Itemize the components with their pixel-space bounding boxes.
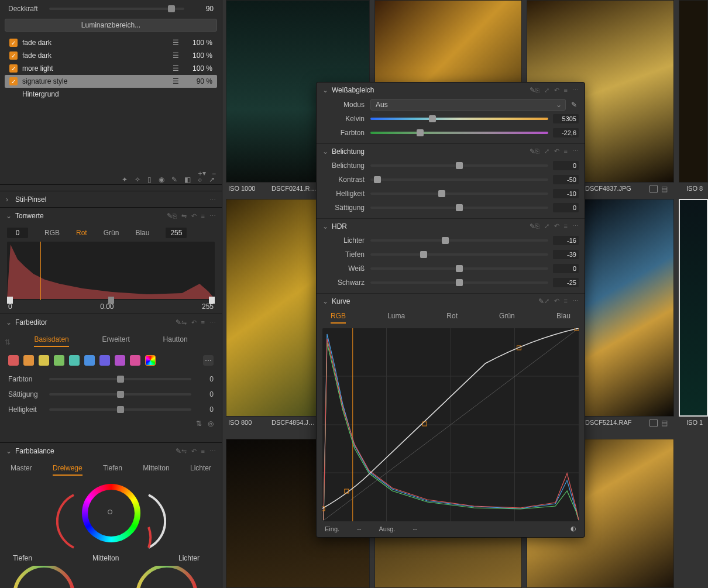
- tint-value[interactable]: -22,6: [553, 128, 579, 137]
- slider-track[interactable]: [370, 164, 548, 167]
- slider-value[interactable]: 0: [196, 375, 214, 383]
- paste-icon[interactable]: ⇋: [181, 212, 187, 220]
- slider-track[interactable]: [49, 408, 191, 411]
- mode-select[interactable]: Aus: [370, 99, 566, 111]
- expand-icon[interactable]: ⤢: [544, 147, 549, 155]
- eyedropper-icon[interactable]: ✎: [569, 101, 579, 109]
- brush-icon[interactable]: ✎: [171, 176, 177, 191]
- stack-icon[interactable]: ▤: [661, 185, 668, 193]
- slider-track[interactable]: [370, 239, 548, 242]
- thumbnail[interactable]: [679, 199, 708, 417]
- levels-mid[interactable]: 0.00: [100, 302, 114, 311]
- levels-low[interactable]: 0: [8, 302, 12, 311]
- slider-value[interactable]: 0: [553, 264, 579, 273]
- expand-icon[interactable]: ⤢: [544, 297, 549, 305]
- layer-checkbox-icon[interactable]: ✓: [9, 77, 18, 85]
- menu-icon[interactable]: ⋯: [572, 222, 579, 230]
- panel-header[interactable]: ⌄ Farbeditor ✎ ⇋ ↶ ≡ ⋯: [0, 314, 222, 331]
- tab-dreiwege[interactable]: Dreiwege: [53, 464, 83, 476]
- auto-icon[interactable]: ✎: [530, 86, 535, 94]
- lichter-arc[interactable]: [143, 492, 166, 551]
- menu-icon[interactable]: ⋯: [209, 212, 216, 220]
- slider-value[interactable]: -25: [553, 278, 579, 287]
- tab-lichter[interactable]: Lichter: [190, 464, 211, 476]
- stack-icon[interactable]: ▤: [661, 419, 668, 427]
- tab-gruen[interactable]: Grün: [499, 312, 515, 324]
- wand-icon[interactable]: ✦: [122, 176, 128, 191]
- thumbnail[interactable]: [679, 0, 708, 183]
- preset-icon[interactable]: ≡: [564, 222, 568, 230]
- tab-blau[interactable]: Blau: [556, 312, 570, 324]
- preset-icon[interactable]: ≡: [201, 319, 205, 326]
- reset-icon[interactable]: ↶: [554, 222, 559, 230]
- sliders-icon[interactable]: ☰: [173, 39, 182, 47]
- expand-icon[interactable]: ⤢: [544, 222, 549, 230]
- layer-row[interactable]: ✓ signature style ☰ 90 %: [5, 75, 217, 88]
- menu-icon[interactable]: ⋯: [209, 448, 216, 455]
- erase-icon[interactable]: ◧: [184, 176, 191, 191]
- tab-gruen[interactable]: Grün: [104, 229, 119, 237]
- section-header[interactable]: ⌄ Weißabgleich ✎ ⎘ ⤢ ↶ ≡ ⋯: [317, 82, 585, 98]
- luminance-range-button[interactable]: Luminanzbereich...: [5, 19, 217, 32]
- curve-editor[interactable]: [322, 328, 579, 521]
- select-checkbox[interactable]: [649, 185, 658, 193]
- swatch-magenta[interactable]: [115, 355, 125, 366]
- gradient-icon[interactable]: ▯: [147, 176, 152, 191]
- target-icon[interactable]: ◎: [208, 419, 214, 428]
- tab-blau[interactable]: Blau: [135, 229, 149, 237]
- opacity-value[interactable]: 90: [190, 5, 214, 13]
- preset-icon[interactable]: ≡: [564, 147, 568, 155]
- select-checkbox[interactable]: [649, 419, 658, 427]
- slider-track[interactable]: [370, 178, 548, 181]
- opacity-slider[interactable]: [49, 8, 184, 10]
- menu-icon[interactable]: ⋯: [572, 297, 579, 305]
- radial-icon[interactable]: ◉: [159, 176, 164, 191]
- section-header[interactable]: ⌄ HDR ✎ ⎘ ⤢ ↶ ≡ ⋯: [317, 218, 585, 233]
- preset-icon[interactable]: ≡: [564, 297, 568, 305]
- auto-icon[interactable]: ✎: [176, 447, 181, 455]
- sliders-icon[interactable]: ☰: [173, 77, 182, 85]
- mittelton-wheel[interactable]: [82, 484, 140, 542]
- slider-track[interactable]: [370, 192, 548, 195]
- reset-icon[interactable]: ↶: [554, 297, 559, 305]
- layer-checkbox-icon[interactable]: ✓: [9, 51, 18, 60]
- tiefen-wheel-partial[interactable]: [12, 566, 76, 588]
- slider-value[interactable]: 0: [553, 161, 579, 170]
- auto-icon[interactable]: ✎: [530, 147, 535, 156]
- swatch-rainbow[interactable]: [145, 355, 156, 366]
- background-layer[interactable]: Hintergrund: [5, 88, 217, 101]
- tab-erweitert[interactable]: Erweitert: [102, 335, 130, 347]
- autowand-icon[interactable]: ✧: [135, 176, 140, 191]
- kelvin-value[interactable]: 5305: [553, 114, 579, 123]
- reset-icon[interactable]: ↶: [191, 319, 197, 326]
- tab-hautton[interactable]: Hautton: [163, 335, 188, 347]
- section-header[interactable]: ⌄ Belichtung ✎ ⎘ ⤢ ↶ ≡ ⋯: [317, 143, 585, 159]
- swatch-orange[interactable]: [23, 355, 34, 366]
- slider-value[interactable]: -16: [553, 236, 579, 245]
- preset-icon[interactable]: ≡: [201, 448, 205, 455]
- slider-track[interactable]: [370, 281, 548, 284]
- levels-max[interactable]: 255: [166, 228, 187, 238]
- auto-icon[interactable]: ✎: [176, 318, 181, 326]
- preset-icon[interactable]: ≡: [564, 87, 568, 94]
- slider-value[interactable]: -50: [553, 175, 579, 184]
- magic-erase-icon[interactable]: ⟐: [198, 176, 202, 191]
- paste-icon[interactable]: ⇋: [181, 448, 187, 455]
- section-header[interactable]: ⌄ Kurve ✎ ⤢ ↶ ≡ ⋯: [317, 293, 585, 308]
- thumbnail[interactable]: [584, 199, 674, 417]
- panel-header[interactable]: ⌄ Tonwerte ✎ ⎘ ⇋ ↶ ≡ ⋯: [0, 208, 222, 224]
- tab-rgb[interactable]: RGB: [44, 229, 60, 237]
- reset-icon[interactable]: ↶: [191, 212, 197, 220]
- tab-rgb[interactable]: RGB: [331, 312, 346, 324]
- line-icon[interactable]: ↗: [209, 176, 215, 191]
- tab-tiefen[interactable]: Tiefen: [103, 464, 122, 476]
- copy-icon[interactable]: ⎘: [535, 222, 539, 230]
- levels-high[interactable]: 255: [202, 302, 214, 311]
- swatch-more[interactable]: ⋯: [203, 355, 214, 366]
- slider-track[interactable]: [49, 378, 191, 380]
- sliders-icon[interactable]: ☰: [173, 64, 182, 73]
- swatch-cyan[interactable]: [69, 355, 80, 366]
- slider-value[interactable]: -39: [553, 250, 579, 259]
- swatch-purple[interactable]: [99, 355, 110, 366]
- menu-icon[interactable]: ⋯: [572, 87, 579, 94]
